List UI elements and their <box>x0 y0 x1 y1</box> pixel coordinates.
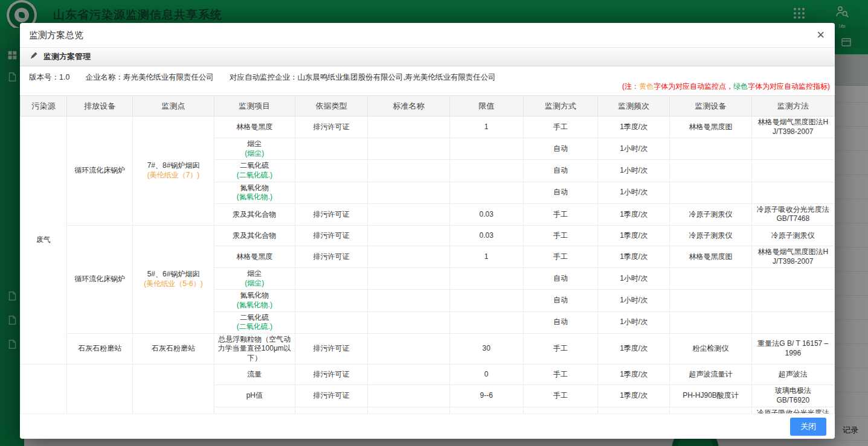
table-cell <box>449 290 523 311</box>
table-cell: 流量 <box>214 365 295 385</box>
table-cell <box>449 182 523 203</box>
table-row: 石灰石粉磨站石灰石粉磨站总悬浮颗粒物（空气动力学当量直径100μm以下）排污许可… <box>21 333 835 365</box>
cell-line: (烟尘) <box>218 279 291 288</box>
table-cell <box>133 365 214 413</box>
table-cell <box>670 290 751 311</box>
table-cell: 循环流化床锅炉 <box>67 116 133 226</box>
table-row: 废气循环流化床锅炉7#、8#锅炉烟囱(美伦纸业（7）)林格曼黑度排污许可证1手工… <box>21 116 835 138</box>
note-segment: 绿色 <box>733 82 748 91</box>
table-cell: 总汞 <box>214 407 295 413</box>
table-cell: 自动 <box>523 311 597 333</box>
table-cell: 手工 <box>523 116 597 138</box>
close-icon[interactable]: × <box>815 28 826 42</box>
table-cell <box>751 160 834 182</box>
cell-line: 玻璃电极法 <box>756 386 831 396</box>
cell-line: 氮氧化物 <box>218 183 291 193</box>
column-header: 限值 <box>449 96 523 116</box>
table-cell: PH-HJ90B酸度计 <box>670 385 751 407</box>
table-cell <box>449 311 523 333</box>
table-cell: 排污许可证 <box>295 203 367 225</box>
table-cell: 二氧化硫(二氧化硫.) <box>214 311 295 333</box>
pen-icon <box>30 51 38 62</box>
table-cell <box>751 268 834 290</box>
column-header: 污染源 <box>21 96 67 116</box>
table-cell: 冷原子吸收分光光度法GB/T7468 <box>751 407 834 413</box>
table-cell: 1小时/次 <box>598 268 670 290</box>
table-cell <box>21 365 67 413</box>
column-header: 监测方法 <box>751 96 834 116</box>
table-cell: 林格曼烟气黑度图法HJ/T398-2007 <box>751 116 834 138</box>
table-cell: 1季度/次 <box>598 225 670 246</box>
table-cell: 手工 <box>523 246 597 267</box>
table-cell: 林格曼黑度 <box>214 116 295 138</box>
table-cell <box>449 138 523 160</box>
table-cell: 排污许可证 <box>295 333 367 365</box>
table-cell: 0.03 <box>449 203 523 225</box>
table-cell <box>670 268 751 290</box>
note-segment: (注： <box>622 82 639 91</box>
table-cell: 1季度/次 <box>598 246 670 267</box>
table-cell: 废气 <box>21 116 67 365</box>
table-cell: 烟尘(烟尘) <box>214 138 295 160</box>
plan-info-bar: 版本号：1.0企业名称：寿光美伦纸业有限责任公司对应自动监控企业：山东晨鸣纸业集… <box>20 66 835 95</box>
cell-line: (氮氧化物.) <box>218 193 291 202</box>
table-cell: 1小时/次 <box>598 290 670 311</box>
table-cell: 汞及其化合物 <box>214 225 295 246</box>
table-cell <box>670 160 751 182</box>
table-cell: 循环流化床锅炉 <box>67 225 133 333</box>
column-header: 监测设备 <box>670 96 751 116</box>
close-button[interactable]: 关闭 <box>790 418 826 436</box>
table-cell <box>368 246 449 267</box>
table-cell: 二氧化硫(二氧化硫.) <box>214 160 295 182</box>
table-cell: 排污许可证 <box>295 246 367 267</box>
table-cell: 自动 <box>523 290 597 311</box>
table-cell: 1季度/次 <box>598 333 670 365</box>
table-cell: 汞及其化合物 <box>214 203 295 225</box>
note-segment: 字体为对应自动监控指标) <box>748 82 830 91</box>
modal-title: 监测方案总览 <box>29 30 83 41</box>
table-cell: pH值 <box>214 385 295 407</box>
modal-header: 监测方案总览 × <box>20 23 835 47</box>
table-cell <box>295 138 367 160</box>
table-cell: 排污许可证 <box>295 365 367 385</box>
plan-table-container: 污染源排放设备监测点监测项目依据类型标准名称限值监测方式监测频次监测设备监测方法… <box>20 95 835 413</box>
cell-line: 烟尘 <box>218 139 291 149</box>
table-cell: 1季度/次 <box>598 203 670 225</box>
column-header: 标准名称 <box>368 96 449 116</box>
table-cell: 排污许可证 <box>295 385 367 407</box>
table-cell: 林格曼烟气黑度图法HJ/T398-2007 <box>751 246 834 267</box>
table-cell: 氮氧化物(氮氧化物.) <box>214 182 295 203</box>
table-cell: 林格曼黑度图 <box>670 246 751 267</box>
cell-line: 二氧化硫 <box>218 313 291 323</box>
table-cell: 自动 <box>523 160 597 182</box>
cell-line: (二氧化硫.) <box>218 322 291 332</box>
column-header: 监测点 <box>133 96 214 116</box>
table-cell <box>368 311 449 333</box>
table-cell: 石灰石粉磨站 <box>67 333 133 365</box>
note-segment: 黄色 <box>639 82 654 91</box>
monitoring-plan-modal: 监测方案总览 × 监测方案管理 版本号：1.0企业名称：寿光美伦纸业有限责任公司… <box>20 23 835 439</box>
table-cell: 0.01 <box>449 407 523 413</box>
cell-line: 7#、8#锅炉烟囱 <box>137 161 210 171</box>
cell-line: GB/T6920 <box>756 396 831 406</box>
cell-line: (美伦纸业（7）) <box>137 171 210 180</box>
column-header: 监测项目 <box>214 96 295 116</box>
table-cell: 1小时/次 <box>598 182 670 203</box>
table-cell: 烟尘(烟尘) <box>214 268 295 290</box>
table-cell <box>368 203 449 225</box>
table-cell: 重量法G B/ T 16157 – 1996 <box>751 333 834 365</box>
table-cell: 手工 <box>523 385 597 407</box>
table-cell: 石灰石粉磨站 <box>133 333 214 365</box>
cell-line: 二氧化硫 <box>218 161 291 171</box>
table-cell: 排污许可证 <box>295 407 367 413</box>
table-cell <box>368 225 449 246</box>
table-cell: 1季度/次 <box>598 365 670 385</box>
table-cell <box>295 182 367 203</box>
table-cell <box>295 311 367 333</box>
monitoring-plan-table: 污染源排放设备监测点监测项目依据类型标准名称限值监测方式监测频次监测设备监测方法… <box>20 95 835 413</box>
cell-line: (氮氧化物.) <box>218 301 291 310</box>
table-cell: 1季度/次 <box>598 407 670 413</box>
table-cell <box>368 116 449 138</box>
table-cell: 9--6 <box>449 385 523 407</box>
table-cell: 1季度/次 <box>598 116 670 138</box>
